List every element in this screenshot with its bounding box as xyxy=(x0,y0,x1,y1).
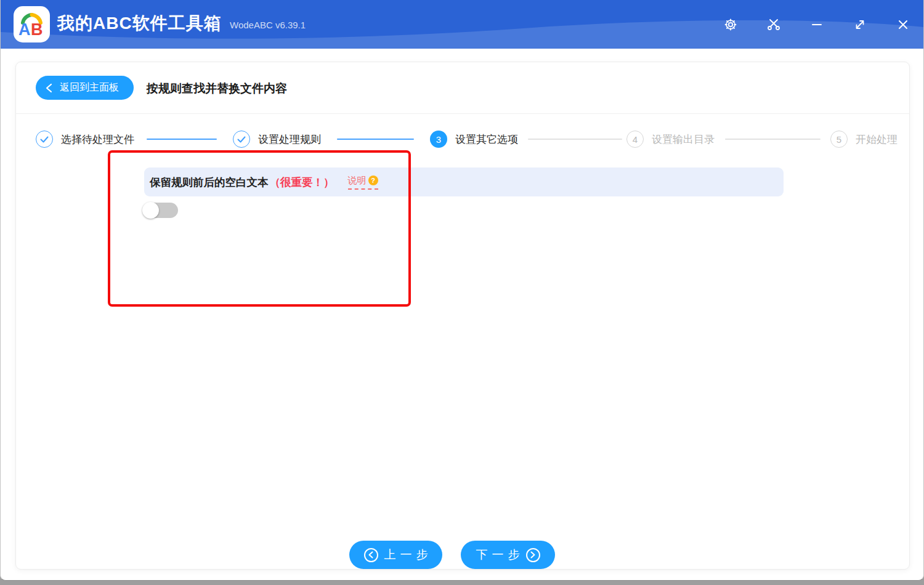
previous-step-button[interactable]: 上一步 xyxy=(349,541,442,569)
svg-text:A: A xyxy=(18,20,31,39)
step-number: 5 xyxy=(830,131,848,148)
close-icon[interactable] xyxy=(890,0,917,49)
step-connector xyxy=(528,139,622,140)
step-output-directory: 4 设置输出目录 xyxy=(626,131,715,148)
main-panel: 返回到主面板 按规则查找并替换文件内容 选择待处理文件 设置处理规则 3 设置其… xyxy=(15,62,910,570)
step-label: 设置输出目录 xyxy=(652,132,715,147)
step-connector xyxy=(725,139,821,140)
option-label: 保留规则前后的空白文本 xyxy=(150,175,269,190)
app-logo: A B xyxy=(14,6,50,42)
step-label: 设置其它选项 xyxy=(455,132,518,147)
step-label: 选择待处理文件 xyxy=(61,132,134,147)
step-label: 开始处理 xyxy=(856,132,898,147)
app-title: 我的ABC软件工具箱 xyxy=(57,12,222,35)
help-link-label: 说明 xyxy=(348,175,367,187)
svg-text:B: B xyxy=(31,20,43,39)
step-connector xyxy=(337,139,414,140)
toolbar-divider xyxy=(16,113,909,114)
keep-whitespace-option-banner: 保留规则前后的空白文本 （很重要！） 说明 ? xyxy=(144,167,784,196)
circle-chevron-right-icon xyxy=(526,548,540,562)
step-set-rules: 设置处理规则 xyxy=(233,131,321,148)
step-check-icon xyxy=(36,131,53,148)
toggle-knob xyxy=(142,202,159,219)
step-start-processing: 5 开始处理 xyxy=(830,131,898,148)
minimize-icon[interactable] xyxy=(803,0,830,49)
circle-chevron-left-icon xyxy=(364,548,378,562)
settings-gear-icon[interactable] xyxy=(717,0,744,49)
chevron-left-icon xyxy=(46,83,52,93)
step-number: 4 xyxy=(626,131,644,148)
step-select-files: 选择待处理文件 xyxy=(36,131,134,148)
maximize-icon[interactable] xyxy=(846,0,873,49)
keep-whitespace-toggle[interactable] xyxy=(143,203,178,218)
step-connector xyxy=(147,139,217,140)
step-number: 3 xyxy=(430,131,447,148)
question-mark-icon: ? xyxy=(368,176,378,185)
step-label: 设置处理规则 xyxy=(258,132,321,147)
app-window: A B 我的ABC软件工具箱 WodeABC v6.39.1 xyxy=(0,0,924,581)
option-important-note: （很重要！） xyxy=(270,175,334,190)
back-button-label: 返回到主面板 xyxy=(60,81,119,94)
step-other-options: 3 设置其它选项 xyxy=(430,131,518,148)
help-explanation-link[interactable]: 说明 ? xyxy=(348,175,378,190)
scissors-icon[interactable] xyxy=(760,0,787,49)
step-check-icon xyxy=(233,131,250,148)
app-version: WodeABC v6.39.1 xyxy=(230,20,306,30)
previous-step-label: 上一步 xyxy=(384,547,432,563)
page-title: 按规则查找并替换文件内容 xyxy=(147,81,287,97)
back-to-dashboard-button[interactable]: 返回到主面板 xyxy=(36,76,134,100)
abc-logo-icon: A B xyxy=(17,9,47,39)
next-step-label: 下一步 xyxy=(476,547,524,563)
next-step-button[interactable]: 下一步 xyxy=(461,541,555,569)
title-bar: A B 我的ABC软件工具箱 WodeABC v6.39.1 xyxy=(1,0,923,49)
